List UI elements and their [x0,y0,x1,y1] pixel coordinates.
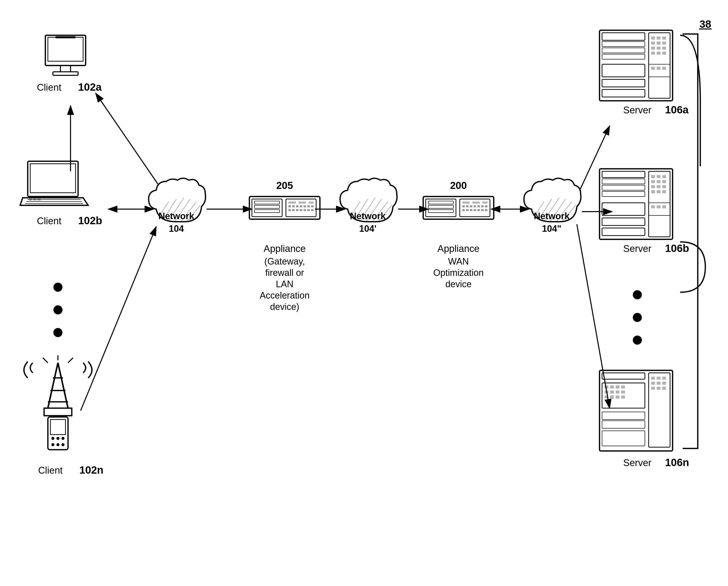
svg-rect-148 [657,190,660,193]
svg-point-42 [61,443,64,446]
server-n-id: 106n [665,457,689,468]
svg-rect-115 [662,36,666,40]
svg-rect-119 [651,47,655,50]
svg-rect-31 [44,408,72,416]
svg-line-7 [577,224,609,408]
svg-rect-49 [250,197,320,219]
svg-rect-84 [462,202,470,204]
network-104p-label: Network [350,211,386,221]
server-106n-icon [600,370,673,451]
svg-rect-166 [651,387,655,390]
svg-rect-113 [651,36,655,40]
svg-rect-67 [296,209,298,211]
svg-rect-19 [30,164,76,193]
svg-rect-110 [602,48,645,53]
svg-rect-125 [602,64,645,77]
svg-rect-130 [657,67,660,70]
svg-rect-70 [307,209,310,211]
svg-rect-94 [462,209,465,211]
svg-rect-172 [604,385,608,388]
svg-rect-58 [288,205,291,207]
svg-rect-127 [602,90,645,97]
svg-rect-118 [662,42,666,45]
svg-rect-143 [662,180,666,183]
svg-rect-59 [292,205,295,207]
svg-rect-68 [300,209,302,211]
svg-rect-179 [621,390,625,393]
svg-rect-92 [481,205,484,207]
svg-rect-81 [428,205,453,208]
svg-rect-171 [602,421,645,428]
svg-rect-158 [602,373,645,379]
svg-rect-129 [651,67,655,70]
svg-rect-153 [649,203,670,215]
svg-rect-80 [428,201,453,204]
svg-rect-180 [604,396,608,399]
svg-rect-116 [651,42,655,45]
svg-rect-168 [662,387,666,390]
svg-rect-107 [600,30,673,101]
server-b-label: Server [623,244,651,254]
network-104-label: Network [158,211,194,221]
svg-rect-25 [37,199,41,201]
svg-rect-140 [662,175,666,178]
svg-rect-56 [298,202,306,204]
svg-rect-91 [477,205,480,207]
server-106a-icon [600,30,673,101]
svg-rect-65 [288,209,291,211]
svg-rect-121 [662,47,666,50]
svg-rect-57 [309,202,314,204]
svg-rect-86 [483,202,488,204]
svg-rect-183 [621,396,625,399]
svg-rect-155 [657,205,660,208]
svg-rect-124 [662,52,666,55]
svg-rect-138 [651,175,655,178]
svg-rect-176 [604,390,608,393]
svg-rect-145 [657,185,660,188]
ellipsis-dot-2 [53,305,62,314]
svg-rect-126 [602,79,645,87]
svg-rect-141 [651,180,655,183]
svg-rect-63 [307,205,310,207]
appliance-200-sub3: device [445,279,472,289]
svg-rect-175 [621,385,625,388]
svg-rect-157 [600,370,673,451]
svg-rect-132 [600,169,673,239]
svg-rect-149 [662,190,666,193]
client-a-label: Client [37,82,61,93]
svg-rect-15 [60,66,71,72]
svg-rect-51 [254,201,280,204]
svg-rect-62 [304,205,306,207]
svg-point-41 [56,443,59,446]
network-104pp-label: Network [534,211,570,221]
svg-rect-178 [616,390,619,393]
svg-rect-79 [426,199,456,216]
server-n-label: Server [623,458,651,468]
svg-rect-146 [662,185,666,188]
svg-rect-123 [657,52,660,55]
svg-point-40 [51,443,54,446]
svg-rect-66 [292,209,295,211]
client-n-id: 102n [79,464,104,476]
appliance-200-sub2: Optimization [433,267,484,278]
appliance-205-icon [250,197,320,219]
svg-rect-100 [485,209,488,211]
svg-rect-64 [311,205,314,207]
svg-rect-170 [602,412,645,419]
server-ellipsis-dot-1 [633,290,642,299]
svg-rect-167 [657,387,660,390]
appliance-205-sub4: Acceleration [260,290,310,301]
svg-rect-117 [657,42,660,45]
svg-rect-139 [657,175,660,178]
svg-rect-134 [602,179,645,184]
svg-rect-85 [472,202,480,204]
svg-rect-164 [657,382,660,385]
svg-rect-61 [300,205,302,207]
appliance-200-label: Appliance [438,244,479,254]
svg-rect-114 [657,36,660,40]
appliance-205-sub1: (Gateway, [264,256,305,266]
svg-rect-97 [474,209,476,211]
svg-rect-162 [662,377,666,380]
svg-point-39 [61,437,64,440]
svg-rect-60 [296,205,298,207]
